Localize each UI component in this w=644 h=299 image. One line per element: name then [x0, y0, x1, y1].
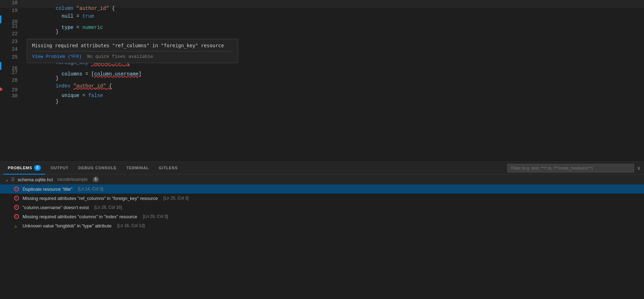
line-number-22: 22: [2, 31, 23, 37]
line-number-23: 23: [2, 39, 23, 44]
problem-location-5: [Ln 16, Col 12]: [117, 223, 145, 228]
line-content-30: }: [23, 93, 644, 110]
line-number-25: 25: [2, 54, 23, 60]
error-icon-4: [14, 214, 19, 219]
problem-item-4[interactable]: Missing required attributes "columns" in…: [0, 212, 644, 221]
code-line-27: 27 }: [0, 70, 644, 78]
code-line-26: 26 columns = [column.username]: [0, 62, 644, 70]
filter-area: ∨: [507, 164, 640, 172]
tab-terminal[interactable]: TERMINAL: [122, 162, 153, 175]
problem-location-4: [Ln 28, Col 3]: [143, 214, 168, 219]
filter-icon[interactable]: ∨: [637, 165, 640, 172]
error-tooltip: Missing required attributes "ref_columns…: [27, 39, 238, 63]
tab-problems-badge: 5: [34, 165, 41, 171]
tab-terminal-label: TERMINAL: [126, 166, 149, 170]
tab-output-label: OUTPUT: [51, 166, 69, 170]
tab-problems-label: PROBLEMS: [8, 166, 32, 170]
problem-text-3: "column.username" doesn't exist: [23, 205, 89, 210]
problem-location-2: [Ln 25, Col 3]: [163, 196, 188, 201]
line-number-19: 19: [2, 8, 23, 13]
problem-item-1[interactable]: Duplicate resource "title" [Ln 14, Col 3…: [0, 184, 644, 194]
chevron-down-icon: ⌄: [6, 177, 8, 182]
line-number-29: 29: [2, 87, 23, 93]
tab-gitlens-label: GITLENS: [159, 166, 178, 170]
code-line-22: 22: [0, 31, 644, 39]
code-line-20: 20 type = numeric: [0, 16, 644, 23]
line-number-27: 27: [2, 70, 23, 75]
bottom-panel: PROBLEMS 5 OUTPUT DEBUG CONSOLE TERMINAL…: [0, 161, 644, 299]
gutter-indicator-26: [0, 62, 1, 70]
gutter-indicator-20: [0, 16, 1, 23]
line-number-21: 21: [2, 23, 23, 29]
tab-output[interactable]: OUTPUT: [47, 162, 73, 175]
tab-problems[interactable]: PROBLEMS 5: [4, 162, 45, 175]
problem-item-5[interactable]: Unknown value "longblob" in "type" attri…: [0, 221, 644, 230]
error-icon-2: [14, 196, 19, 201]
file-group: ⌄ ☰ schema.sqlite.hcl vscode/example 5 D…: [0, 175, 644, 230]
no-fix-label: No quick fixes available: [87, 54, 153, 59]
code-line-21: 21 }: [0, 23, 644, 31]
code-line-18: 18 column "author_id" {: [0, 0, 644, 8]
filter-input[interactable]: [507, 164, 634, 172]
editor-area: 18 column "author_id" { 19 null = true 2…: [0, 0, 644, 161]
file-icon: ☰: [11, 177, 15, 182]
tab-debug-console[interactable]: DEBUG CONSOLE: [74, 162, 121, 175]
line-number-18: 18: [2, 0, 23, 6]
problem-location-3: [Ln 26, Col 16]: [94, 205, 122, 210]
problem-item-2[interactable]: Missing required attributes "ref_columns…: [0, 194, 644, 203]
panel-tabs: PROBLEMS 5 OUTPUT DEBUG CONSOLE TERMINAL…: [0, 162, 644, 175]
tooltip-action: View Problem (⌥F8) No quick fixes availa…: [32, 54, 233, 59]
line-number-30: 30: [2, 93, 23, 99]
code-line-30: 30 }: [0, 93, 644, 101]
error-icon-1: [14, 187, 19, 191]
tooltip-divider: [32, 51, 233, 51]
tab-gitlens[interactable]: GITLENS: [155, 162, 182, 175]
problem-location-1: [Ln 14, Col 3]: [78, 187, 103, 191]
warn-icon-5: [14, 223, 19, 228]
view-problem-link[interactable]: View Problem (⌥F8): [32, 54, 81, 59]
tooltip-message: Missing required attributes "ref_columns…: [32, 43, 233, 48]
problem-text-5: Unknown value "longblob" in "type" attri…: [23, 223, 112, 228]
code-container: 18 column "author_id" { 19 null = true 2…: [0, 0, 644, 101]
problem-text-4: Missing required attributes "columns" in…: [23, 214, 137, 219]
file-count: 5: [93, 177, 99, 182]
line-number-28: 28: [2, 78, 23, 83]
problem-text-1: Duplicate resource "title": [23, 187, 72, 192]
file-name: schema.sqlite.hcl: [18, 177, 53, 182]
problem-item-3[interactable]: "column.username" doesn't exist [Ln 26, …: [0, 203, 644, 212]
line-number-24: 24: [2, 47, 23, 52]
file-path: vscode/example: [57, 177, 88, 182]
problems-content: ⌄ ☰ schema.sqlite.hcl vscode/example 5 D…: [0, 175, 644, 299]
code-line-29: 29 unique = false: [0, 85, 644, 93]
file-header[interactable]: ⌄ ☰ schema.sqlite.hcl vscode/example 5: [0, 175, 644, 184]
code-line-19: 19 null = true: [0, 8, 644, 16]
code-line-28: 28 index "author_id" {: [0, 78, 644, 85]
error-icon-3: [14, 205, 19, 210]
tab-debug-label: DEBUG CONSOLE: [78, 166, 117, 170]
problem-text-2: Missing required attributes "ref_columns…: [23, 196, 158, 201]
punct: }: [50, 99, 58, 104]
